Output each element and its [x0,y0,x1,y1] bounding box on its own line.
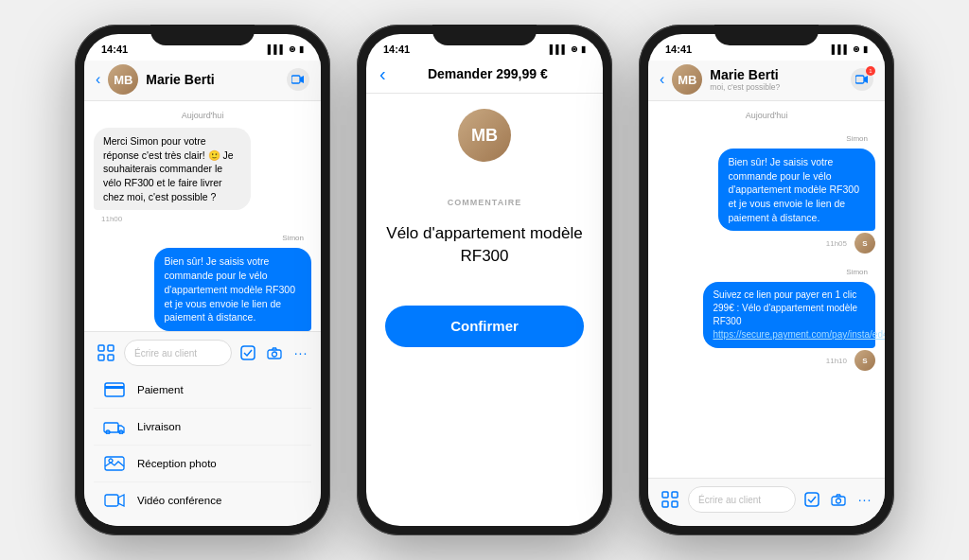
chat-input-3[interactable]: Écrire au client [688,486,796,513]
wifi-icon-2: ⊛ [571,44,578,54]
chat-header-1: ‹ MB Marie Berti [84,61,321,101]
svg-rect-4 [98,355,104,360]
sender-label-3a: Simon [846,134,868,143]
status-icons-1: ▌▌▌ ⊛ ▮ [268,44,304,54]
menu-label-reception: Réception photo [137,458,217,469]
status-icons-3: ▌▌▌ ⊛ ▮ [832,44,868,54]
svg-rect-22 [662,501,668,507]
payment-icon [101,380,128,399]
more-icon-1[interactable]: ··· [291,342,311,363]
battery-icon-3: ▮ [863,44,868,54]
message-row-outgoing-3b: Suivez ce lien pour payer en 1 clic 299€… [658,282,875,371]
reception-icon [101,454,128,473]
delivery-icon [101,417,128,436]
svg-rect-20 [662,492,668,498]
chat-input-1[interactable]: Écrire au client [124,340,232,366]
date-label-3: Aujourd'hui [658,111,875,120]
svg-rect-25 [832,497,845,505]
sender-label-3b: Simon [846,268,868,276]
input-icons-1: ··· [238,342,311,363]
msg-time-1: 11h00 [101,215,122,223]
svg-rect-10 [105,386,124,389]
message-row-outgoing-1: Bien sûr! Je saisis votre commande pour … [94,248,311,331]
svg-point-8 [273,352,277,357]
chat-header-3: ‹ MB Marie Berti moi, c'est possible? 1 [648,61,885,101]
bubble-outgoing-3b: Suivez ce lien pour payer en 1 clic 299€… [703,282,875,348]
back-button-2[interactable]: ‹ [379,64,386,83]
svg-rect-2 [98,345,104,351]
svg-marker-17 [118,495,124,506]
grid-icon-1[interactable] [94,341,118,365]
contact-name-3: Marie Berti [710,67,843,82]
back-button-3[interactable]: ‹ [660,71,664,88]
bubble-incoming-1: Merci Simon pour votre réponse c'est trè… [94,128,251,210]
menu-items-1: Paiement Livraison Réception photo [94,372,311,518]
notch-2 [432,25,537,45]
message-row-incoming-1: Merci Simon pour votre réponse c'est trè… [94,128,311,210]
menu-item-video[interactable]: Vidéo conférence [94,482,311,518]
chat-area-1: Aujourd'hui Merci Simon pour votre répon… [84,101,321,331]
input-row-3: Écrire au client ··· [658,486,875,513]
more-icon-3[interactable]: ··· [854,489,875,510]
payment-link[interactable]: https://secure.payment.com/pay/insta/ed4… [713,329,885,340]
sender-label-1: Simon [282,234,304,242]
payment-avatar-row: MB [366,94,603,169]
video-icon [101,491,128,510]
menu-item-reception[interactable]: Réception photo [94,446,311,482]
svg-rect-5 [108,355,114,360]
confirm-button[interactable]: Confirmer [385,306,584,347]
svg-rect-16 [105,495,118,506]
msg-text-3b: Suivez ce lien pour payer en 1 clic 299€… [713,289,857,326]
date-label-1: Aujourd'hui [94,111,311,120]
svg-rect-0 [291,76,300,83]
input-icons-3: ··· [802,489,875,510]
payment-avatar: MB [458,109,511,162]
notch-3 [714,25,819,45]
message-row-outgoing-3a: Bien sûr! Je saisis votre commande pour … [658,149,875,254]
camera-icon-1[interactable] [264,342,285,363]
grid-icon-3[interactable] [658,487,682,512]
menu-label-video: Vidéo conférence [137,495,221,506]
phone-1: 14:41 ▌▌▌ ⊛ ▮ ‹ MB Marie Berti Aujourd'h… [75,25,330,535]
payment-comment-text: Vélo d'appartement modèle RF300 [385,222,584,268]
payment-content: COMMENTAIRE Vélo d'appartement modèle RF… [366,169,603,526]
bubble-outgoing-1: Bien sûr! Je saisis votre commande pour … [154,248,311,330]
menu-item-delivery[interactable]: Livraison [94,409,311,446]
battery-icon-2: ▮ [581,44,586,54]
phone-3: 14:41 ▌▌▌ ⊛ ▮ ‹ MB Marie Berti moi, c'es… [639,25,894,535]
header-info-3: Marie Berti moi, c'est possible? [710,67,843,92]
bubble-outgoing-3a: Bien sûr! Je saisis votre commande pour … [718,149,875,231]
svg-point-15 [109,459,113,463]
avatar-3: MB [672,64,702,95]
status-time-3: 14:41 [665,44,692,55]
input-area-3: Écrire au client ··· [648,478,885,526]
back-button-1[interactable]: ‹ [96,71,100,88]
msg-time-3b: 11h10 [826,357,847,365]
notification-btn-3[interactable]: 1 [851,68,873,91]
avatar-1: MB [108,64,138,95]
phones-container: 14:41 ▌▌▌ ⊛ ▮ ‹ MB Marie Berti Aujourd'h… [75,25,894,535]
svg-rect-24 [805,493,819,506]
status-time-2: 14:41 [383,44,410,55]
chat-area-3: Aujourd'hui Simon Bien sûr! Je saisis vo… [648,101,885,478]
payment-header: ‹ Demander 299,99 € [366,61,603,94]
signal-icon: ▌▌▌ [268,44,286,54]
menu-label-delivery: Livraison [137,421,181,432]
phone-1-screen: 14:41 ▌▌▌ ⊛ ▮ ‹ MB Marie Berti Aujourd'h… [84,34,321,526]
checkbox-icon-3[interactable] [802,489,822,510]
svg-rect-6 [241,346,255,359]
checkbox-icon[interactable] [238,342,258,363]
wifi-icon: ⊛ [289,44,296,54]
camera-icon-3[interactable] [828,489,849,510]
svg-point-26 [837,499,841,503]
video-call-icon[interactable] [287,68,309,91]
svg-rect-9 [105,383,124,396]
menu-item-payment[interactable]: Paiement [94,372,311,409]
battery-icon: ▮ [299,44,304,54]
status-icons-2: ▌▌▌ ⊛ ▮ [550,44,586,54]
input-row-1: Écrire au client ··· [94,340,311,366]
signal-icon-3: ▌▌▌ [832,44,850,54]
svg-rect-3 [108,345,114,351]
svg-rect-21 [672,492,678,498]
contact-name-1: Marie Berti [146,72,279,87]
